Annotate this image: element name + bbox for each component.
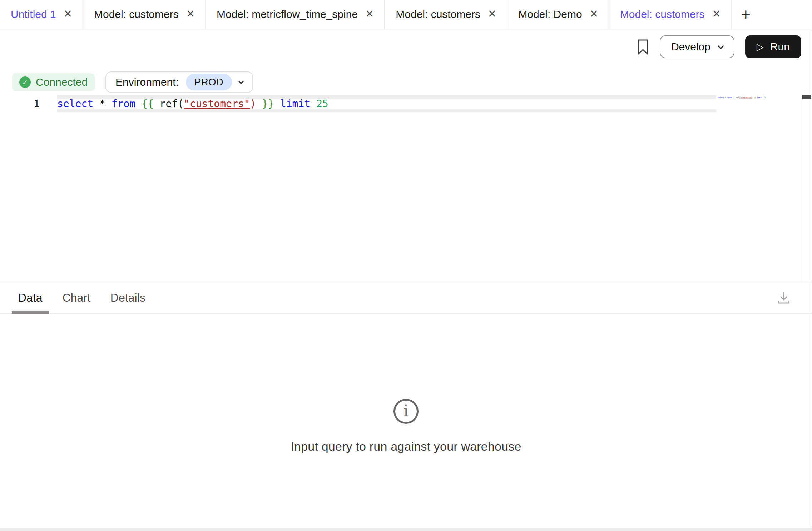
editor-tab-bar: Untitled 1 × Model: customers × Model: m… <box>0 0 812 29</box>
code-token: }} <box>262 98 274 110</box>
environment-value-pill: PROD <box>186 74 232 90</box>
code-token: {{ <box>142 98 154 110</box>
tab-model-customers-1[interactable]: Model: customers × <box>83 0 206 29</box>
results-empty-state: i Input query to run against your wareho… <box>0 314 812 453</box>
download-icon <box>776 289 792 306</box>
empty-state-message: Input query to run against your warehous… <box>291 440 521 453</box>
code-token <box>256 98 262 110</box>
active-line-bottom-strip <box>57 109 716 112</box>
chevron-down-icon <box>717 43 724 49</box>
develop-dropdown-button[interactable]: Develop <box>660 35 734 58</box>
tab-model-demo[interactable]: Model: Demo × <box>508 0 609 29</box>
tab-chart[interactable]: Chart <box>56 282 97 313</box>
tab-label: Chart <box>63 291 90 304</box>
code-line[interactable]: select * from {{ ref("customers") }} lim… <box>57 99 716 109</box>
tab-label: Untitled 1 <box>11 8 56 20</box>
code-token <box>274 98 280 110</box>
code-token: * <box>93 98 112 110</box>
tab-label: Model: customers <box>94 8 179 20</box>
tab-label: Model: metricflow_time_spine <box>217 8 358 20</box>
plus-icon: + <box>741 5 751 24</box>
toolbar: Develop ▷ Run <box>0 29 812 64</box>
connection-status-badge: ✓ Connected <box>12 73 95 91</box>
info-glyph: i <box>403 403 409 419</box>
tab-label: Model: customers <box>396 8 480 20</box>
code-token <box>135 98 142 110</box>
bottom-edge-bar <box>0 528 812 531</box>
tab-model-customers-3[interactable]: Model: customers × <box>609 0 732 29</box>
status-row: ✓ Connected Environment: PROD <box>0 71 812 93</box>
play-icon: ▷ <box>757 41 764 53</box>
close-tab-icon[interactable]: × <box>366 7 373 20</box>
bookmark-icon <box>637 39 649 55</box>
tab-model-metricflow-time-spine[interactable]: Model: metricflow_time_spine × <box>206 0 385 29</box>
bookmark-button[interactable] <box>637 39 649 55</box>
tab-label: Data <box>18 291 43 304</box>
code-token: 25 <box>316 98 328 110</box>
code-token: from <box>112 98 135 110</box>
minimap-code: select * from {{ ref("customers") }} lim… <box>718 96 749 99</box>
tab-details[interactable]: Details <box>104 282 152 313</box>
code-token: limit <box>280 98 310 110</box>
chevron-down-icon <box>238 78 244 84</box>
info-icon: i <box>393 399 419 424</box>
new-tab-button[interactable]: + <box>732 0 760 29</box>
editor-scrollbar-track[interactable] <box>801 96 801 282</box>
check-glyph: ✓ <box>22 78 28 86</box>
tab-untitled-1[interactable]: Untitled 1 × <box>0 0 83 29</box>
code-token: ) <box>250 98 256 110</box>
tab-label: Details <box>110 291 145 304</box>
close-tab-icon[interactable]: × <box>64 7 72 20</box>
editor-scrollbar-thumb[interactable] <box>802 95 811 99</box>
tab-label: Model: Demo <box>518 8 582 20</box>
download-results-button[interactable] <box>776 289 792 306</box>
active-code-line[interactable]: select * from {{ ref("customers") }} lim… <box>57 95 716 112</box>
close-tab-icon[interactable]: × <box>187 7 194 20</box>
environment-label: Environment: <box>115 76 179 88</box>
environment-dropdown[interactable]: Environment: PROD <box>105 71 253 93</box>
tab-label: Model: customers <box>620 8 705 20</box>
run-label: Run <box>770 41 790 53</box>
develop-label: Develop <box>671 41 710 53</box>
check-circle-icon: ✓ <box>19 76 31 88</box>
results-tab-bar: Data Chart Details <box>0 282 812 314</box>
tab-data[interactable]: Data <box>12 282 49 313</box>
close-tab-icon[interactable]: × <box>713 7 721 20</box>
results-panel: Data Chart Details i Input query to run … <box>0 282 812 531</box>
run-button[interactable]: ▷ Run <box>745 35 801 58</box>
close-tab-icon[interactable]: × <box>590 7 598 20</box>
code-token <box>310 98 316 110</box>
sql-editor[interactable]: 1 select * from {{ ref("customers") }} l… <box>0 93 812 282</box>
minimap[interactable]: select * from {{ ref("customers") }} lim… <box>718 96 801 107</box>
tab-model-customers-2[interactable]: Model: customers × <box>385 0 508 29</box>
line-number: 1 <box>34 99 40 109</box>
code-token-ref-link[interactable]: "customers" <box>184 98 250 110</box>
right-edge-divider <box>811 30 811 528</box>
connected-label: Connected <box>36 76 88 88</box>
close-tab-icon[interactable]: × <box>488 7 496 20</box>
code-token: ref( <box>154 98 184 110</box>
code-token: select <box>57 98 93 110</box>
